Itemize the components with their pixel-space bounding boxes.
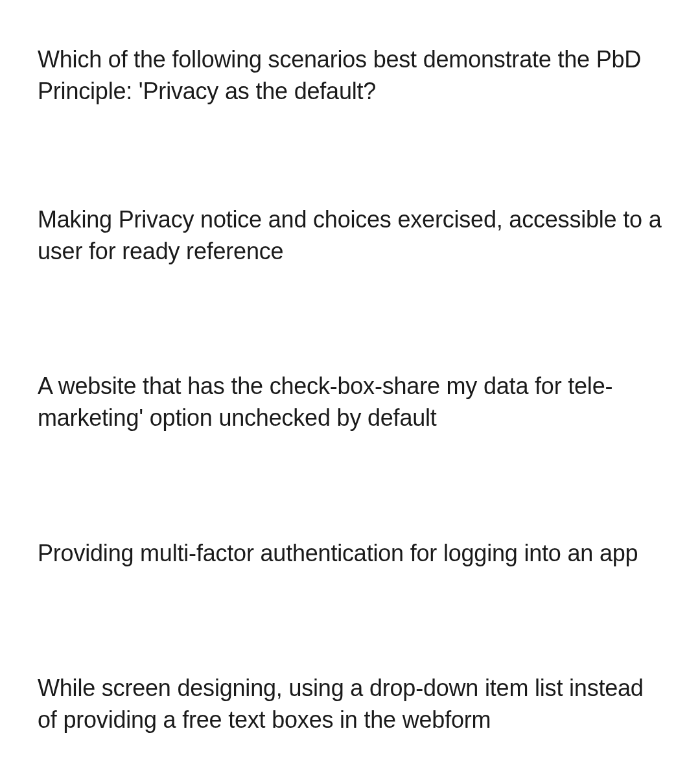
question-page: Which of the following scenarios best de… <box>0 0 700 761</box>
option-2: A website that has the check-box-share m… <box>38 371 662 434</box>
question-text: Which of the following scenarios best de… <box>38 44 662 107</box>
option-4: While screen designing, using a drop-dow… <box>38 673 662 736</box>
option-1: Making Privacy notice and choices exerci… <box>38 204 662 267</box>
option-3: Providing multi-factor authentication fo… <box>38 538 662 570</box>
